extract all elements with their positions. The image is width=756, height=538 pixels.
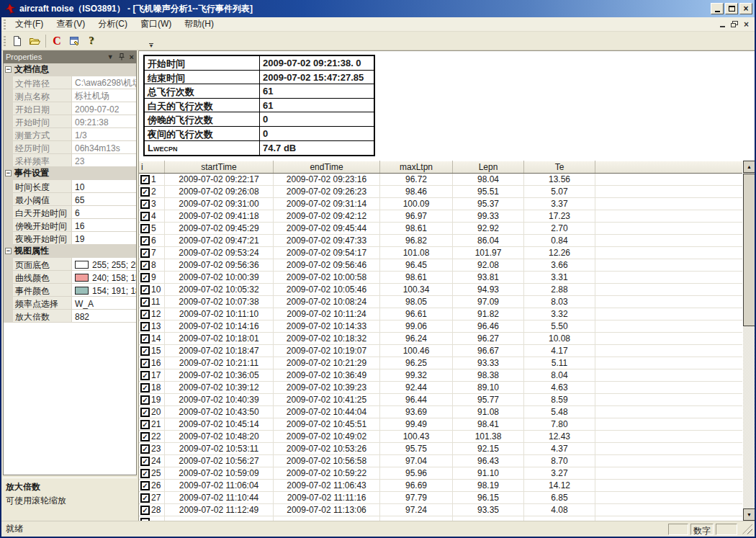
property-value[interactable]: 栎社机场: [72, 89, 136, 102]
menu-item-1[interactable]: 查看(V): [50, 17, 91, 32]
property-row[interactable]: 开始时间09:21:38: [4, 115, 136, 128]
toolbar-overflow-button[interactable]: ▼: [147, 41, 156, 49]
toolbar-grip[interactable]: [4, 36, 6, 46]
property-section-header[interactable]: −事件设置: [4, 167, 136, 180]
property-value[interactable]: 154; 191; 18: [72, 284, 136, 296]
row-checkbox[interactable]: ✓: [140, 261, 150, 270]
property-value[interactable]: 06h34m13s: [72, 141, 136, 153]
vertical-scrollbar[interactable]: ▲ ▼: [742, 161, 755, 521]
property-row[interactable]: 傍晚开始时间16: [4, 219, 136, 232]
row-checkbox[interactable]: ✓: [140, 236, 150, 246]
property-row[interactable]: 时间长度10: [4, 180, 136, 193]
row-checkbox[interactable]: ✓: [140, 187, 150, 197]
table-row[interactable]: ✓282009-07-02 11:12:492009-07-02 11:13:0…: [139, 504, 742, 516]
table-row[interactable]: ✓202009-07-02 10:43:502009-07-02 10:44:0…: [139, 406, 742, 418]
panel-menu-chevron-icon[interactable]: ▼: [107, 53, 114, 60]
row-checkbox[interactable]: ✓: [140, 408, 150, 417]
column-header-maxLtpn[interactable]: maxLtpn: [380, 161, 453, 173]
column-header-Te[interactable]: Te: [524, 161, 595, 173]
table-row[interactable]: ✓272009-07-02 11:10:442009-07-02 11:11:1…: [139, 492, 742, 504]
new-document-button[interactable]: [9, 33, 26, 49]
table-row[interactable]: ✓222009-07-02 10:48:202009-07-02 10:49:0…: [139, 431, 742, 443]
table-row[interactable]: ✓72009-07-02 09:53:242009-07-02 09:54:17…: [139, 247, 742, 259]
row-checkbox[interactable]: ✓: [140, 420, 150, 429]
table-row[interactable]: ✓162009-07-02 10:21:112009-07-02 10:21:2…: [139, 357, 742, 369]
panel-close-icon[interactable]: ×: [130, 53, 134, 61]
property-row[interactable]: 最小阈值65: [4, 193, 136, 206]
help-button[interactable]: ?: [83, 33, 100, 49]
row-checkbox[interactable]: ✓: [140, 322, 150, 331]
row-checkbox[interactable]: [140, 518, 150, 521]
row-checkbox[interactable]: ✓: [140, 493, 150, 503]
row-checkbox[interactable]: ✓: [140, 432, 150, 441]
table-row[interactable]: ✓182009-07-02 10:39:122009-07-02 10:39:2…: [139, 382, 742, 394]
table-row[interactable]: ✓102009-07-02 10:05:322009-07-02 10:05:4…: [139, 284, 742, 296]
row-checkbox[interactable]: ✓: [140, 212, 150, 221]
property-value[interactable]: W_A: [72, 297, 136, 309]
table-row[interactable]: ✓172009-07-02 10:36:052009-07-02 10:36:4…: [139, 369, 742, 382]
close-button[interactable]: ×: [739, 3, 752, 14]
minimize-button[interactable]: [711, 3, 724, 14]
row-checkbox[interactable]: ✓: [140, 273, 150, 282]
row-checkbox[interactable]: ✓: [140, 444, 150, 454]
scroll-down-button[interactable]: ▼: [743, 508, 755, 521]
open-file-button[interactable]: [26, 33, 43, 49]
table-row[interactable]: ✓232009-07-02 10:53:112009-07-02 10:53:2…: [139, 443, 742, 455]
collapse-icon[interactable]: −: [5, 66, 12, 73]
row-checkbox[interactable]: ✓: [140, 310, 150, 319]
pin-icon[interactable]: [119, 53, 125, 60]
property-row[interactable]: 开始日期2009-07-02: [4, 102, 136, 115]
mdi-restore-button[interactable]: [731, 21, 738, 27]
mdi-close-button[interactable]: ×: [744, 19, 749, 30]
property-row[interactable]: 曲线颜色240; 158; 15: [4, 271, 136, 284]
property-value[interactable]: C:\awa6298\机场: [72, 76, 136, 89]
row-checkbox[interactable]: ✓: [140, 395, 150, 405]
table-row[interactable]: ✓122009-07-02 10:11:102009-07-02 10:11:2…: [139, 308, 742, 320]
table-row[interactable]: ✓192009-07-02 10:40:392009-07-02 10:41:2…: [139, 394, 742, 406]
property-value[interactable]: 10: [72, 180, 136, 192]
table-row[interactable]: ✓82009-07-02 09:56:362009-07-02 09:56:46…: [139, 259, 742, 272]
property-value[interactable]: 1/3: [72, 128, 136, 140]
row-checkbox[interactable]: ✓: [140, 371, 150, 380]
row-checkbox[interactable]: ✓: [140, 469, 150, 478]
row-checkbox[interactable]: ✓: [140, 457, 150, 466]
menubar-grip[interactable]: [4, 19, 6, 30]
property-value[interactable]: 882: [72, 310, 136, 322]
row-checkbox[interactable]: ✓: [140, 297, 150, 307]
property-value[interactable]: 65: [72, 193, 136, 205]
table-row[interactable]: ✓92009-07-02 10:00:392009-07-02 10:00:58…: [139, 272, 742, 284]
table-row[interactable]: ✓242009-07-02 10:56:272009-07-02 10:56:5…: [139, 455, 742, 467]
row-checkbox[interactable]: ✓: [140, 334, 150, 344]
properties-button[interactable]: [66, 33, 83, 49]
table-row[interactable]: ✓142009-07-02 10:18:012009-07-02 10:18:3…: [139, 333, 742, 345]
property-value[interactable]: 6: [72, 206, 136, 218]
property-row[interactable]: 放大倍数882: [4, 310, 136, 323]
row-checkbox[interactable]: ✓: [140, 506, 150, 515]
table-row[interactable]: ✓132009-07-02 10:14:162009-07-02 10:14:3…: [139, 320, 742, 333]
column-header-i[interactable]: i: [139, 161, 165, 173]
table-row[interactable]: ✓212009-07-02 10:45:142009-07-02 10:45:5…: [139, 418, 742, 431]
table-row[interactable]: ✓152009-07-02 10:18:472009-07-02 10:19:0…: [139, 345, 742, 357]
row-checkbox[interactable]: ✓: [140, 248, 150, 258]
resize-grip[interactable]: [742, 524, 752, 534]
property-value[interactable]: 240; 158; 15: [72, 271, 136, 283]
table-row[interactable]: ✓42009-07-02 09:41:182009-07-02 09:42:12…: [139, 210, 742, 223]
row-checkbox[interactable]: ✓: [140, 481, 150, 490]
table-row[interactable]: ✓62009-07-02 09:47:212009-07-02 09:47:33…: [139, 235, 742, 247]
property-value[interactable]: 19: [72, 232, 136, 244]
row-checkbox[interactable]: ✓: [140, 199, 150, 209]
property-value[interactable]: 09:21:38: [72, 115, 136, 127]
menu-item-4[interactable]: 帮助(H): [178, 17, 220, 32]
table-row[interactable]: ✓52009-07-02 09:45:292009-07-02 09:45:44…: [139, 223, 742, 235]
property-row[interactable]: 事件颜色154; 191; 18: [4, 284, 136, 297]
property-value[interactable]: 2009-07-02: [72, 102, 136, 115]
column-header-Lepn[interactable]: Lepn: [453, 161, 524, 173]
property-section-header[interactable]: −文档信息: [4, 63, 136, 76]
c-weighting-button[interactable]: C: [48, 33, 66, 49]
table-row[interactable]: ✓12009-07-02 09:22:172009-07-02 09:23:16…: [139, 174, 742, 186]
collapse-icon[interactable]: −: [5, 170, 12, 176]
row-checkbox[interactable]: ✓: [140, 346, 150, 356]
property-row[interactable]: 测量方式1/3: [4, 128, 136, 141]
maximize-button[interactable]: [725, 3, 738, 14]
property-row[interactable]: 页面底色255; 255; 25: [4, 258, 136, 271]
